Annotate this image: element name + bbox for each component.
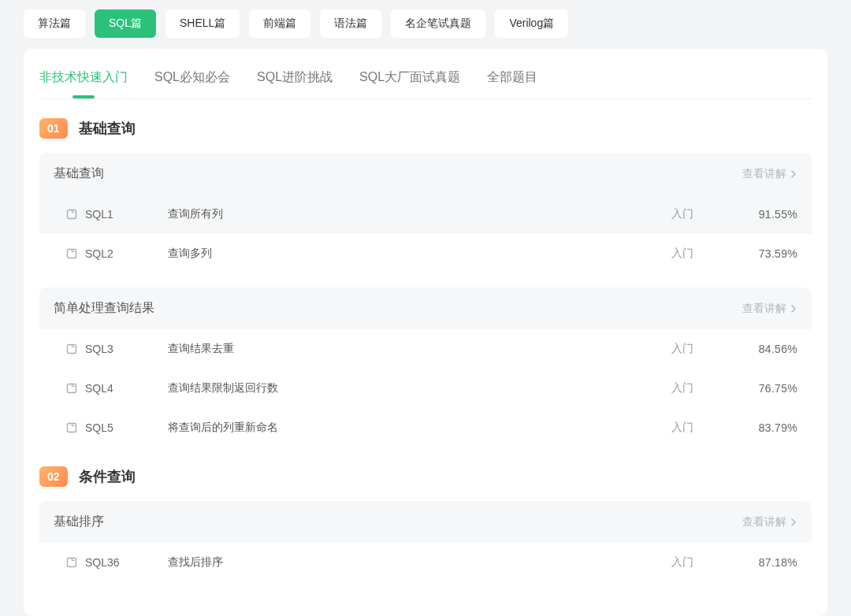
subtab[interactable]: 非技术快速入门 bbox=[39, 69, 128, 86]
problem-title: 查询结果限制返回行数 bbox=[168, 381, 671, 395]
problem-row[interactable]: SQL3 查询结果去重 入门 84.56% bbox=[39, 329, 812, 369]
problem-icon bbox=[66, 557, 77, 568]
problem-title: 将查询后的列重新命名 bbox=[168, 421, 671, 435]
problem-level: 入门 bbox=[671, 421, 742, 435]
section-title: 基础查询 bbox=[54, 165, 104, 182]
problem-pass-rate: 84.56% bbox=[742, 343, 797, 355]
category-pill[interactable]: SQL篇 bbox=[95, 9, 156, 38]
section-header: 简单处理查询结果 查看讲解 bbox=[39, 288, 812, 329]
category-pill[interactable]: Verilog篇 bbox=[495, 9, 568, 38]
section-title: 简单处理查询结果 bbox=[54, 300, 154, 317]
problem-icon bbox=[66, 383, 77, 394]
problem-level: 入门 bbox=[671, 207, 742, 221]
problem-code: SQL5 bbox=[85, 421, 168, 434]
chevron-right-icon bbox=[790, 305, 797, 313]
problem-code: SQL3 bbox=[85, 343, 168, 355]
problem-title: 查询多列 bbox=[168, 247, 671, 261]
problem-pass-rate: 76.75% bbox=[742, 382, 797, 395]
problem-row[interactable]: SQL1 查询所有列 入门 91.55% bbox=[39, 195, 812, 234]
problem-code: SQL36 bbox=[85, 556, 168, 569]
problem-row[interactable]: SQL4 查询结果限制返回行数 入门 76.75% bbox=[39, 369, 812, 408]
category-pill[interactable]: 前端篇 bbox=[249, 9, 310, 38]
section-title: 基础排序 bbox=[54, 514, 104, 530]
chapter-title: 基础查询 bbox=[79, 119, 136, 138]
problem-code: SQL2 bbox=[85, 247, 168, 260]
chapter-number-badge: 02 bbox=[39, 466, 68, 487]
problem-level: 入门 bbox=[671, 342, 742, 356]
subtab[interactable]: 全部题目 bbox=[487, 69, 537, 86]
problem-icon bbox=[66, 248, 77, 259]
problem-level: 入门 bbox=[671, 381, 742, 395]
problem-title: 查询结果去重 bbox=[168, 342, 671, 356]
chapter-heading: 01 基础查询 bbox=[39, 118, 812, 139]
section-header: 基础排序 查看讲解 bbox=[39, 501, 812, 543]
subtab[interactable]: SQL必知必会 bbox=[154, 69, 230, 86]
view-explain-label: 查看讲解 bbox=[742, 302, 786, 316]
problem-icon bbox=[66, 422, 77, 433]
problem-level: 入门 bbox=[671, 247, 742, 261]
problem-pass-rate: 87.18% bbox=[742, 556, 797, 569]
view-explain-link[interactable]: 查看讲解 bbox=[742, 302, 797, 316]
chapter-number-badge: 01 bbox=[39, 118, 68, 139]
category-pill[interactable]: 名企笔试真题 bbox=[391, 9, 485, 38]
chapter-title: 条件查询 bbox=[79, 467, 136, 486]
subtab[interactable]: SQL大厂面试真题 bbox=[359, 69, 460, 86]
problem-pass-rate: 73.59% bbox=[742, 247, 797, 260]
chapter-heading: 02 条件查询 bbox=[39, 466, 812, 487]
problem-code: SQL4 bbox=[85, 382, 168, 395]
view-explain-link[interactable]: 查看讲解 bbox=[742, 515, 797, 529]
chevron-right-icon bbox=[790, 170, 797, 178]
subtab-bar: 非技术快速入门 SQL必知必会 SQL进阶挑战 SQL大厂面试真题 全部题目 bbox=[39, 49, 812, 99]
problem-level: 入门 bbox=[671, 555, 742, 570]
main-card: 非技术快速入门 SQL必知必会 SQL进阶挑战 SQL大厂面试真题 全部题目 0… bbox=[24, 49, 827, 616]
problem-title: 查找后排序 bbox=[168, 555, 671, 570]
category-pill-bar: 算法篇 SQL篇 SHELL篇 前端篇 语法篇 名企笔试真题 Verilog篇 bbox=[24, 0, 827, 49]
problem-icon bbox=[66, 343, 77, 354]
category-pill[interactable]: SHELL篇 bbox=[165, 9, 240, 38]
category-pill[interactable]: 算法篇 bbox=[24, 9, 85, 38]
problem-row[interactable]: SQL2 查询多列 入门 73.59% bbox=[39, 234, 812, 273]
problem-icon bbox=[66, 209, 77, 220]
problem-row[interactable]: SQL36 查找后排序 入门 87.18% bbox=[39, 543, 812, 582]
problem-row[interactable]: SQL5 将查询后的列重新命名 入门 83.79% bbox=[39, 408, 812, 447]
section-header: 基础查询 查看讲解 bbox=[39, 153, 812, 195]
problem-pass-rate: 83.79% bbox=[742, 421, 797, 434]
problem-pass-rate: 91.55% bbox=[742, 208, 797, 221]
chevron-right-icon bbox=[790, 518, 797, 526]
view-explain-link[interactable]: 查看讲解 bbox=[742, 167, 797, 181]
view-explain-label: 查看讲解 bbox=[742, 515, 786, 529]
problem-code: SQL1 bbox=[85, 208, 168, 221]
view-explain-label: 查看讲解 bbox=[742, 167, 786, 181]
category-pill[interactable]: 语法篇 bbox=[320, 9, 381, 38]
problem-title: 查询所有列 bbox=[168, 207, 671, 221]
subtab[interactable]: SQL进阶挑战 bbox=[257, 69, 333, 86]
